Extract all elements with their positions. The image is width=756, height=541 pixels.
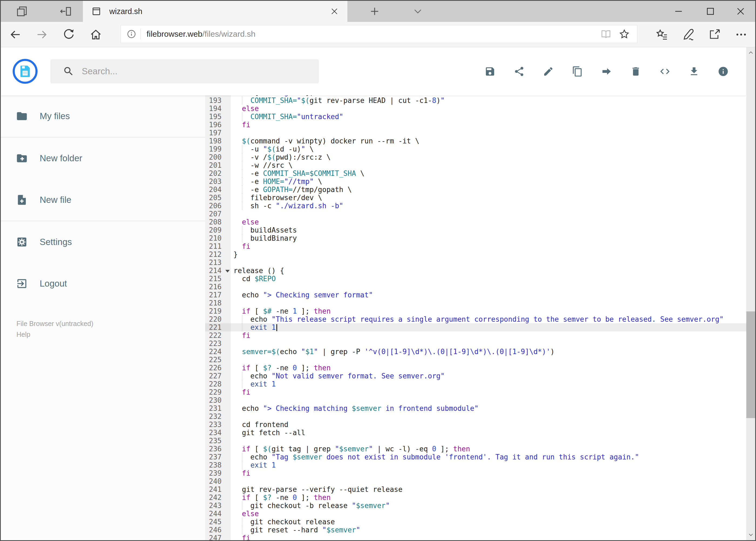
rename-button[interactable] (543, 66, 554, 77)
scroll-down-icon[interactable] (746, 529, 755, 540)
code-line[interactable]: 212} (205, 251, 746, 259)
site-info-icon[interactable] (126, 29, 136, 39)
code-line[interactable]: 203 -e HOME="//tmp" \ (205, 178, 746, 186)
code-line[interactable]: 227 echo "Not valid semver format. See s… (205, 372, 746, 380)
code-line[interactable]: 194 else (205, 105, 746, 113)
code-line[interactable]: 205 filebrowser/dev \ (205, 194, 746, 202)
code-line[interactable]: 199 -u "$(id -u)" \ (205, 145, 746, 153)
close-window-button[interactable] (735, 6, 746, 17)
code-line[interactable]: 207 (205, 210, 746, 218)
tab-preview-icon[interactable] (16, 5, 28, 18)
code-line[interactable]: 214release () { (205, 267, 746, 275)
scrollbar-thumb[interactable] (746, 311, 755, 418)
sidebar-item-settings[interactable]: Settings (1, 221, 205, 263)
refresh-button[interactable] (62, 28, 75, 41)
sidebar-item-new-folder[interactable]: New folder (1, 138, 205, 179)
new-tab-icon[interactable] (369, 5, 381, 18)
copy-button[interactable] (572, 66, 583, 77)
sidebar-item-new-file[interactable]: New file (1, 179, 205, 221)
code-editor[interactable]: 192 if [ -d ".git" ]; then193 COMMIT_SHA… (205, 95, 746, 540)
code-line[interactable]: 238 exit 1 (205, 461, 746, 469)
code-line[interactable]: 202 -e COMMIT_SHA=$COMMIT_SHA \ (205, 169, 746, 178)
code-line[interactable]: 236 if [ $(git tag | grep "$semver" | wc… (205, 445, 746, 453)
code-line[interactable]: 245 git checkout release (205, 518, 746, 526)
code-line[interactable]: 239 fi (205, 469, 746, 477)
code-line[interactable]: 241 git rev-parse --verify --quiet relea… (205, 485, 746, 493)
code-line[interactable]: 242 if [ $? -ne 0 ]; then (205, 493, 746, 502)
code-line[interactable]: 218 (205, 299, 746, 307)
save-button[interactable] (484, 66, 496, 77)
set-tabs-aside-icon[interactable] (59, 5, 72, 18)
code-line[interactable]: 231 echo "> Checking matching $semver in… (205, 404, 746, 412)
code-line[interactable]: 235 (205, 437, 746, 445)
scroll-up-icon[interactable] (746, 47, 755, 58)
code-line[interactable]: 225 (205, 356, 746, 364)
raw-code-button[interactable] (659, 66, 670, 77)
reading-view-icon[interactable] (600, 28, 612, 40)
code-line[interactable]: 237 echo "Tag $semver does not exist in … (205, 453, 746, 461)
code-line[interactable]: 229 fi (205, 388, 746, 396)
code-line[interactable]: 217 echo "> Checking semver format" (205, 291, 746, 299)
share-page-icon[interactable] (708, 28, 721, 41)
code-line[interactable]: 243 git checkout -b release "$semver" (205, 502, 746, 510)
info-button[interactable] (718, 66, 729, 77)
sidebar-item-my-files[interactable]: My files (1, 95, 205, 137)
delete-button[interactable] (630, 66, 641, 77)
code-line[interactable]: 226 if [ $? -ne 0 ]; then (205, 364, 746, 372)
code-line[interactable]: 224 semver=$(echo "$1" | grep -P '^v(0|[… (205, 347, 746, 356)
copy-icon (572, 66, 583, 77)
forward-button[interactable] (35, 28, 48, 41)
code-line[interactable]: 201 -w //src \ (205, 161, 746, 169)
download-button[interactable] (688, 66, 700, 77)
code-line[interactable]: 222 fi (205, 331, 746, 339)
code-line[interactable]: 221 exit 1 (205, 323, 746, 331)
code-line[interactable]: 195 COMMIT_SHA="untracked" (205, 113, 746, 121)
code-line[interactable]: 230 (205, 396, 746, 404)
code-line[interactable]: 232 (205, 412, 746, 420)
back-button[interactable] (9, 28, 22, 41)
tab-list-chevron-icon[interactable] (411, 5, 424, 18)
code-line[interactable]: 244 else (205, 510, 746, 518)
code-line[interactable]: 215 cd $REPO (205, 275, 746, 283)
maximize-button[interactable] (705, 6, 716, 17)
annotate-pen-icon[interactable] (682, 28, 695, 41)
tab-close-icon[interactable] (330, 6, 339, 16)
code-line[interactable]: 200 -v /$(pwd):/src:z \ (205, 153, 746, 161)
sidebar-item-logout[interactable]: Logout (1, 263, 205, 304)
code-line[interactable]: 197 (205, 129, 746, 137)
code-line[interactable]: 246 git reset --hard "$semver" (205, 526, 746, 534)
more-options-icon[interactable] (735, 28, 748, 41)
code-line[interactable]: 233 cd frontend (205, 420, 746, 429)
search-input[interactable] (81, 66, 298, 77)
code-line[interactable]: 196 fi (205, 121, 746, 129)
code-line[interactable]: 193 COMMIT_SHA="$(git rev-parse HEAD | c… (205, 96, 746, 105)
hub-favorites-icon[interactable] (655, 28, 668, 41)
code-line[interactable]: 234 git fetch --all (205, 429, 746, 437)
code-line[interactable]: 204 -e GOPATH=//tmp/gopath \ (205, 186, 746, 194)
code-line[interactable]: 228 exit 1 (205, 380, 746, 388)
browser-tab[interactable]: wizard.sh (83, 1, 347, 22)
favorite-star-icon[interactable] (619, 28, 630, 40)
code-line[interactable]: 198 $(command -v winpty) docker run --rm… (205, 137, 746, 145)
code-line[interactable]: 216 (205, 283, 746, 291)
move-button[interactable] (601, 66, 612, 77)
code-line[interactable]: 206 sh -c "./wizard.sh -b" (205, 202, 746, 210)
code-line[interactable]: 219 if [ $# -ne 1 ]; then (205, 307, 746, 315)
code-line[interactable]: 210 buildBinary (205, 234, 746, 242)
home-button[interactable] (89, 28, 102, 41)
code-line[interactable]: 220 echo "This release script requires a… (205, 315, 746, 323)
code-line[interactable]: 240 (205, 477, 746, 485)
minimize-button[interactable] (673, 6, 684, 17)
code-line[interactable]: 223 (205, 339, 746, 347)
code-line[interactable]: 211 fi (205, 242, 746, 251)
fold-arrow-icon[interactable] (225, 270, 230, 272)
code-line[interactable]: 247 fi (205, 534, 746, 540)
gear-icon (16, 236, 28, 248)
code-line[interactable]: 208 else (205, 218, 746, 226)
code-line[interactable]: 209 buildAssets (205, 226, 746, 234)
code-line[interactable]: 213 (205, 259, 746, 267)
page-scrollbar[interactable] (746, 47, 755, 540)
share-button[interactable] (514, 66, 525, 77)
address-bar[interactable]: filebrowser.web/files/wizard.sh (121, 25, 637, 43)
help-link[interactable]: Help (16, 329, 94, 340)
